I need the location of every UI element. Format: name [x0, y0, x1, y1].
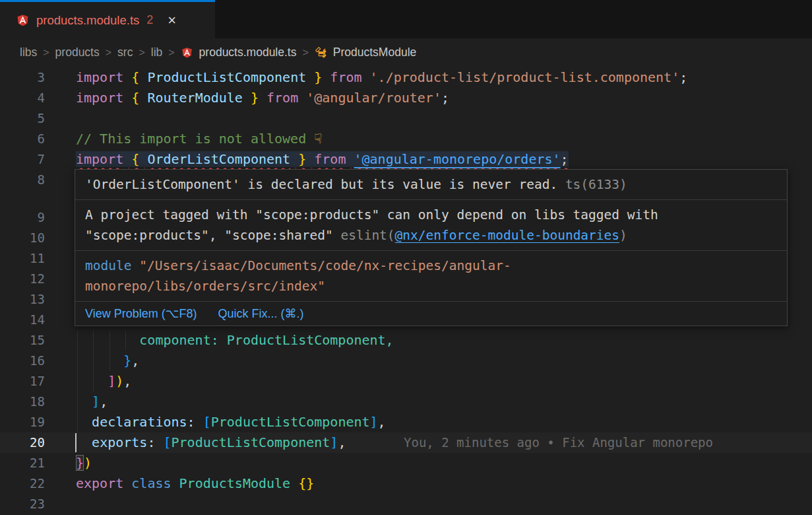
- code-text: exports: [ProductListComponent],: [76, 432, 346, 453]
- code-token: [123, 90, 131, 106]
- code-token: [298, 90, 306, 106]
- code-line-21[interactable]: 21}): [0, 453, 812, 473]
- code-text: },: [76, 351, 139, 371]
- code-token: ,: [100, 394, 108, 409]
- error-underlined-statement[interactable]: import { OrderListComponent } from '@ang…: [76, 151, 569, 167]
- code-line-17[interactable]: 17 ]),: [0, 371, 812, 392]
- hover-message-line: monorepo/libs/orders/src/index": [85, 276, 777, 296]
- code-token: [: [203, 414, 211, 430]
- hover-message-2: A project tagged with "scope:products" c…: [75, 200, 787, 251]
- code-token: [76, 414, 92, 430]
- code-token: ProductListComponent: [211, 414, 370, 430]
- code-token: [259, 90, 266, 106]
- line-number: 13: [0, 289, 45, 310]
- chevron-right-icon: >: [302, 47, 308, 59]
- line-number: 17: [0, 371, 45, 392]
- code-text: ],: [76, 392, 108, 412]
- code-text: }): [76, 453, 92, 473]
- code-token: [362, 69, 370, 85]
- tab-products-module[interactable]: products.module.ts 2 ×: [0, 0, 215, 38]
- code-token: ProductListComponent: [172, 434, 330, 450]
- quick-fix-action[interactable]: Quick Fix... (⌘.): [218, 304, 303, 324]
- code-token: ;: [441, 90, 449, 106]
- code-token: [76, 394, 92, 409]
- line-number: 10: [0, 228, 45, 248]
- code-token: ]: [330, 434, 338, 450]
- code-token: {: [131, 90, 139, 106]
- code-token: ;: [561, 151, 569, 167]
- code-token: import: [76, 69, 123, 85]
- code-token: A project tagged with "scope:products" c…: [85, 207, 658, 223]
- breadcrumb-file[interactable]: products.module.ts: [199, 46, 297, 59]
- code-token: [123, 69, 131, 85]
- view-problem-action[interactable]: View Problem (⌥F8): [85, 304, 197, 324]
- code-token: [172, 475, 179, 491]
- code-token: ProductListComponent,: [227, 332, 394, 348]
- code-token: ,: [131, 353, 139, 368]
- code-token: [322, 69, 330, 85]
- line-number: 22: [0, 473, 45, 494]
- code-line-19[interactable]: 19 declarations: [ProductListComponent],: [0, 412, 812, 432]
- chevron-right-icon: >: [43, 47, 49, 59]
- code-token: import: [76, 151, 123, 167]
- code-line-18[interactable]: 18 ],: [0, 392, 812, 412]
- code-token: exports: [92, 434, 147, 450]
- code-token: [76, 353, 123, 368]
- hover-message-3: module "/Users/isaac/Documents/code/nx-r…: [75, 251, 787, 302]
- code-token: }: [76, 455, 84, 471]
- code-token: 'OrderListComponent' is declared but its…: [85, 177, 557, 192]
- breadcrumb-src[interactable]: src: [117, 46, 133, 59]
- code-line-23[interactable]: 23: [0, 494, 812, 514]
- breadcrumb-products[interactable]: products: [55, 46, 100, 59]
- code-token: ,: [338, 434, 346, 450]
- code-line-3[interactable]: 3import { ProductListComponent } from '.…: [0, 67, 812, 88]
- code-token: ☟: [314, 131, 322, 147]
- code-line-16[interactable]: 16 },: [0, 351, 812, 371]
- code-text: ]),: [76, 371, 131, 392]
- git-blame-annotation: You, 2 minutes ago • Fix Angular monorep…: [404, 432, 713, 453]
- code-token: [346, 151, 354, 167]
- code-token: [76, 373, 108, 389]
- code-line-22[interactable]: 22export class ProductsModule {}: [0, 473, 812, 494]
- line-number: 14: [0, 310, 45, 330]
- code-token: module: [85, 258, 139, 273]
- code-token: "scope:products", "scope:shared": [85, 228, 340, 243]
- code-token: [139, 90, 147, 106]
- code-line-5[interactable]: 5: [0, 108, 812, 129]
- code-token: [139, 69, 147, 85]
- indent-guide: [109, 330, 110, 371]
- code-token: [290, 475, 298, 491]
- line-number: 7: [0, 149, 45, 170]
- code-token: OrderListComponent: [147, 151, 290, 167]
- code-token: component:: [139, 332, 218, 348]
- breadcrumb-lib[interactable]: lib: [151, 46, 163, 59]
- breadcrumb-libs[interactable]: libs: [20, 46, 37, 59]
- eslint-rule-link[interactable]: @nx/enforce-module-boundaries: [395, 228, 619, 243]
- code-token: from: [330, 69, 361, 85]
- code-token: [139, 151, 147, 167]
- close-icon[interactable]: ×: [168, 13, 176, 28]
- code-text: import { ProductListComponent } from './…: [76, 67, 687, 88]
- code-line-15[interactable]: 15 component: ProductListComponent,: [0, 330, 812, 351]
- code-editor[interactable]: 3import { ProductListComponent } from '.…: [0, 66, 812, 515]
- text-cursor: [75, 433, 77, 452]
- tab-bar: products.module.ts 2 ×: [0, 0, 812, 39]
- code-line-7[interactable]: 7import { OrderListComponent } from '@an…: [0, 149, 812, 170]
- module-path-link[interactable]: '@angular-monorepo/orders': [354, 151, 561, 167]
- code-token: {}: [298, 475, 314, 491]
- code-line-4[interactable]: 4import { RouterModule } from '@angular/…: [0, 88, 812, 108]
- hover-message-line: "scope:products", "scope:shared" eslint(…: [85, 225, 777, 246]
- code-token: from: [266, 90, 298, 106]
- code-token: [123, 475, 131, 491]
- code-line-6[interactable]: 6// This import is not allowed ☟: [0, 129, 812, 149]
- code-token: :: [147, 434, 163, 450]
- code-token: [306, 69, 314, 85]
- code-token: [243, 90, 251, 106]
- code-token: [123, 151, 131, 167]
- breadcrumb-symbol[interactable]: ProductsModule: [333, 46, 416, 59]
- code-token: [219, 332, 227, 348]
- line-number: 3: [0, 67, 45, 88]
- code-token: eslint(: [340, 228, 394, 243]
- code-line-20[interactable]: 20 exports: [ProductListComponent],You, …: [0, 432, 812, 453]
- chevron-right-icon: >: [106, 47, 111, 59]
